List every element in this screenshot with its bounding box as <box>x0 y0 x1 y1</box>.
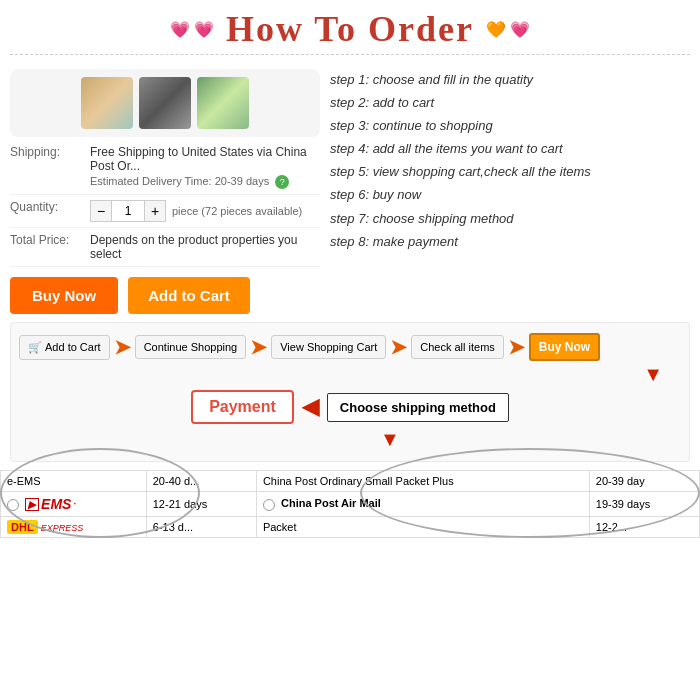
product-info: Shipping: Free Shipping to United States… <box>10 145 320 267</box>
divider-line <box>10 54 690 55</box>
shipping-days-3: 6-13 d... <box>146 517 256 538</box>
flow-buy-now-button[interactable]: Buy Now <box>529 333 600 361</box>
shipping-days-2: 12-21 days <box>146 492 256 517</box>
step-8: step 8: make payment <box>330 231 690 253</box>
step-5: step 5: view shopping cart,check all the… <box>330 161 690 183</box>
flow-add-to-cart-button[interactable]: 🛒 Add to Cart <box>19 335 110 360</box>
shipping-name-3b: Packet <box>256 517 589 538</box>
shipping-down-arrow-container: ▼ <box>99 428 681 451</box>
delivery-help-icon[interactable]: ? <box>275 175 289 189</box>
table-row: ▶ EMS · 12-21 days China Post Air Mail 1… <box>1 492 700 517</box>
heart-deco-right: 🧡 💗 <box>486 20 530 39</box>
total-price-value: Depends on the product properties you se… <box>90 233 320 261</box>
quantity-row: Quantity: − + piece (72 pieces available… <box>10 200 320 228</box>
flow-row: 🛒 Add to Cart ➤ Continue Shopping ➤ View… <box>19 333 681 361</box>
shipping-name-2: ▶ EMS · <box>1 492 147 517</box>
shipping-name-1: e-EMS <box>1 471 147 492</box>
shipping-value: Free Shipping to United States via China… <box>90 145 320 189</box>
title-area: 💗 💗 How To Order 🧡 💗 <box>0 0 700 63</box>
payment-row: Payment ◀ Choose shipping method <box>19 386 681 428</box>
product-image-3 <box>197 77 249 129</box>
shipping-name-3: DHL EXPRESS <box>1 517 147 538</box>
payment-button[interactable]: Payment <box>191 390 294 424</box>
step-6: step 6: buy now <box>330 184 690 206</box>
shipping-label: Shipping: <box>10 145 90 159</box>
shipping-down-arrow: ▼ <box>380 428 400 451</box>
shipping-days-3b: 12-2... <box>589 517 699 538</box>
flow-arrow-3: ➤ <box>390 335 407 359</box>
quantity-unit: piece (72 pieces available) <box>172 205 302 217</box>
right-panel: step 1: choose and fill in the quatity s… <box>330 69 690 314</box>
main-content: Shipping: Free Shipping to United States… <box>0 63 700 314</box>
action-buttons: Buy Now Add to Cart <box>10 277 320 314</box>
product-images <box>10 69 320 137</box>
radio-ems[interactable] <box>7 499 19 511</box>
shipping-method-box: Choose shipping method <box>327 393 509 422</box>
down-arrow-icon: ▼ <box>643 363 663 386</box>
ems-label: EMS <box>41 496 71 512</box>
heart-deco-left: 💗 💗 <box>170 20 214 39</box>
flow-arrow-4: ➤ <box>508 335 525 359</box>
shipping-name-1b: China Post Ordinary Small Packet Plus <box>256 471 589 492</box>
flow-continue-shopping-button[interactable]: Continue Shopping <box>135 335 247 359</box>
flow-view-cart-button[interactable]: View Shopping Cart <box>271 335 386 359</box>
flow-check-items-button[interactable]: Check all items <box>411 335 504 359</box>
left-panel: Shipping: Free Shipping to United States… <box>10 69 320 314</box>
step-4: step 4: add all the items you want to ca… <box>330 138 690 160</box>
page-title: How To Order <box>226 8 474 50</box>
total-price-row: Total Price: Depends on the product prop… <box>10 233 320 267</box>
shipping-days-2b: 19-39 days <box>589 492 699 517</box>
quantity-control: − + piece (72 pieces available) <box>90 200 320 222</box>
left-arrow-icon: ◀ <box>302 394 319 420</box>
flow-arrow-2: ➤ <box>250 335 267 359</box>
shipping-section: e-EMS 20-40 d... China Post Ordinary Sma… <box>0 470 700 538</box>
shipping-table: e-EMS 20-40 d... China Post Ordinary Sma… <box>0 470 700 538</box>
cart-icon: 🛒 <box>28 341 42 354</box>
quantity-label: Quantity: <box>10 200 90 214</box>
step-3: step 3: continue to shopping <box>330 115 690 137</box>
step-2: step 2: add to cart <box>330 92 690 114</box>
down-arrow-container: ▼ <box>19 363 681 386</box>
buy-now-button[interactable]: Buy Now <box>10 277 118 314</box>
product-image-2 <box>139 77 191 129</box>
quantity-increase-button[interactable]: + <box>144 200 166 222</box>
table-row: e-EMS 20-40 d... China Post Ordinary Sma… <box>1 471 700 492</box>
radio-china-post[interactable] <box>263 499 275 511</box>
table-row: DHL EXPRESS 6-13 d... Packet 12-2... <box>1 517 700 538</box>
add-to-cart-button[interactable]: Add to Cart <box>128 277 250 314</box>
flow-section: 🛒 Add to Cart ➤ Continue Shopping ➤ View… <box>10 322 690 462</box>
step-1: step 1: choose and fill in the quatity <box>330 69 690 91</box>
product-image-1 <box>81 77 133 129</box>
shipping-days-1b: 20-39 day <box>589 471 699 492</box>
quantity-decrease-button[interactable]: − <box>90 200 112 222</box>
dhl-logo: DHL <box>7 520 38 534</box>
shipping-name-2b: China Post Air Mail <box>256 492 589 517</box>
flow-arrow-1: ➤ <box>114 335 131 359</box>
step-7: step 7: choose shipping method <box>330 208 690 230</box>
shipping-row: Shipping: Free Shipping to United States… <box>10 145 320 195</box>
quantity-input[interactable] <box>112 200 144 222</box>
shipping-days-1: 20-40 d... <box>146 471 256 492</box>
total-price-label: Total Price: <box>10 233 90 247</box>
